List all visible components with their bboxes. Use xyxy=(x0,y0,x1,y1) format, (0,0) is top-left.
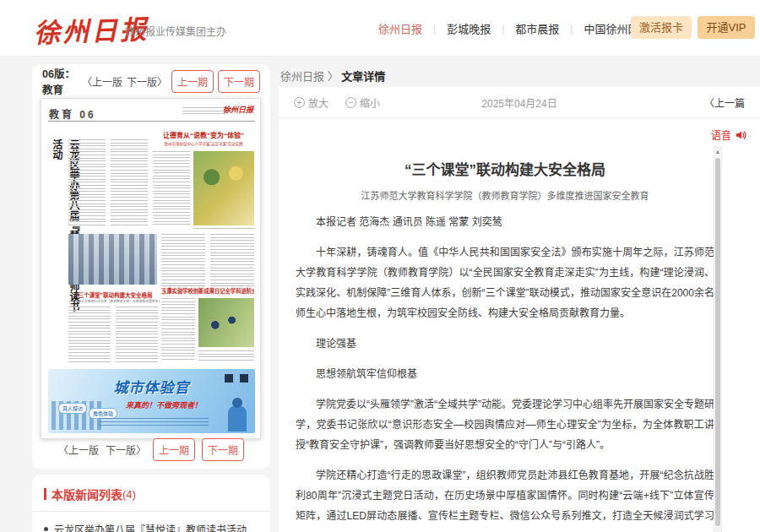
paper-date-lines xyxy=(182,107,226,114)
paper-text-column xyxy=(68,139,106,227)
paper-photo-teachers-reading xyxy=(68,234,157,285)
scroll-up-icon[interactable]: ▲ xyxy=(714,147,721,157)
next-issue-button-bottom[interactable]: 下一期 xyxy=(202,438,244,461)
next-page-link-bottom[interactable]: 下一版〉 xyxy=(106,442,146,457)
news-list-count: (4) xyxy=(122,488,136,501)
paper-headline-top: 让德育从“说教”变为“体验” xyxy=(151,130,256,139)
ad-tag-1: 真人探访 xyxy=(58,403,87,414)
bullet-icon xyxy=(44,527,48,531)
paper-headline-mid-sub: 江苏师范大学教育科学学院（教师教育学院）多维度推进国家安全教育 xyxy=(68,299,160,303)
article-paragraph: 学院还精心打造“行走的思政课堂”，组织教师党员赴沛县红色教育基地，开展“纪念抗战… xyxy=(296,465,714,530)
article-byline: 本报记者 范海杰 通讯员 陈遥 常蒙 刘奕鸶 xyxy=(296,212,714,232)
voice-label: 语音 xyxy=(711,128,731,142)
news-list-item[interactable]: 云龙区举办第八届『慧悦读』教师读书活动 xyxy=(32,512,270,532)
ad-slogan: 来真的！不做旁观者！ xyxy=(126,399,202,410)
paper-headline-mid: “三个课堂”联动构建大安全格局 xyxy=(68,290,160,299)
article-subtitle: 江苏师范大学教育科学学院（教师教育学院）多维度推进国家安全教育 xyxy=(296,188,714,202)
nav-divider: | xyxy=(570,23,573,35)
edition-panel: 06版：教育 〈上一版 下一版〉 上一期 下一期 教育 06 徐州日报 云龙区举… xyxy=(32,64,270,469)
scrollbar-thumb[interactable] xyxy=(715,158,720,526)
article-section-heading: 理论强基 xyxy=(296,334,714,354)
article-section-subheading: 思想领航筑牢信仰根基 xyxy=(296,364,714,384)
next-issue-button[interactable]: 下一期 xyxy=(218,70,260,93)
qr-code xyxy=(225,374,233,383)
article-scrollbar[interactable]: ▲ xyxy=(714,146,722,532)
paper-section-label: 教育 06 xyxy=(49,106,96,121)
paper-text-column xyxy=(161,234,205,286)
paper-headline-top-sub: 徐州市风化街中心小学开展“远足寻果”劳动实践 xyxy=(151,141,256,146)
paper-photo-caption xyxy=(193,228,254,231)
article-toolbar: 2025年04月24日 + 放大 − 缩小 〈上一篇 xyxy=(279,87,760,118)
breadcrumb: 徐州日报 〉 文章详情 xyxy=(280,68,385,84)
edition-label: 06版：教育 xyxy=(42,65,78,97)
activate-card-button[interactable]: 激活报卡 xyxy=(631,16,692,39)
article-paragraph: 十年深耕，铸魂育人。值《中华人民共和国国家安全法》颁布实施十周年之际，江苏师范大… xyxy=(296,242,714,323)
site-tagline: 徐州报业传媒集团主办 xyxy=(125,24,226,38)
paper-masthead-logo: 徐州日报 xyxy=(223,104,253,115)
nav-divider: | xyxy=(433,23,436,35)
article-paragraph: 学院党委以“头雁领学”激活“全域共学”动能。党委理论学习中心组率先开展国家安全专… xyxy=(296,394,714,455)
nav-item-xuzhou-daily[interactable]: 徐州日报 xyxy=(378,20,422,36)
prev-issue-button-bottom[interactable]: 上一期 xyxy=(153,438,195,461)
breadcrumb-separator: 〉 xyxy=(328,70,339,83)
nav-item-metro-morning[interactable]: 都市晨报 xyxy=(515,20,559,36)
ad-banner: 城市体验官 来真的！不做旁观者！ 真人探访 角色体验 xyxy=(48,369,255,433)
news-item-label: 云龙区举办第八届『慧悦读』教师读书活动 xyxy=(54,522,247,532)
breadcrumb-root[interactable]: 徐州日报 xyxy=(280,70,324,83)
edition-toolbar: 06版：教育 〈上一版 下一版〉 上一期 下一期 xyxy=(32,64,270,98)
article-date: 2025年04月24日 xyxy=(279,95,760,110)
next-page-link[interactable]: 下一版〉 xyxy=(127,74,167,89)
site-nav: 徐州日报 | 彭城晚报 | 都市晨报 | 中国徐州网 xyxy=(378,20,638,36)
news-list-header: 本版新闻列表 (4) xyxy=(32,475,270,511)
article-detail-card: 2025年04月24日 + 放大 − 缩小 〈上一篇 语音 “三个课堂”联动构建… xyxy=(279,87,760,532)
paper-text-column xyxy=(116,307,158,362)
paper-text-column xyxy=(161,298,195,362)
ad-vr-person xyxy=(228,406,247,432)
article-body: “三个课堂”联动构建大安全格局 江苏师范大学教育科学学院（教师教育学院）多维度推… xyxy=(296,146,714,530)
newspaper-page-thumbnail[interactable]: 教育 06 徐州日报 云龙区举办第八届『慧悦读』教师读书活动 让德育从“说教”变… xyxy=(41,98,261,439)
paper-text-column xyxy=(153,151,190,225)
paper-text-column xyxy=(198,350,254,362)
site-header: 徐州日报 徐州报业传媒集团主办 徐州日报 | 彭城晚报 | 都市晨报 | 中国徐… xyxy=(0,0,760,56)
paper-headline-right: 玉潭实验学校创新成果日记全学科进阶式教学 xyxy=(161,287,254,295)
news-list-title: 本版新闻列表 xyxy=(52,486,122,502)
nav-divider: | xyxy=(502,23,504,35)
prev-issue-button[interactable]: 上一期 xyxy=(171,70,214,93)
article-title: “三个课堂”联动构建大安全格局 xyxy=(296,158,714,179)
paper-rule xyxy=(48,121,255,122)
ad-fineprint xyxy=(99,418,209,428)
paper-text-column xyxy=(210,234,254,286)
open-vip-button[interactable]: 开通VIP xyxy=(698,16,755,39)
red-bar-icon xyxy=(44,488,46,500)
prev-page-link[interactable]: 〈上一版 xyxy=(82,74,122,89)
qr-code xyxy=(240,374,248,383)
prev-article-link[interactable]: 〈上一篇 xyxy=(704,95,745,110)
paper-photo-children-fruit xyxy=(193,151,254,225)
paper-photo-field-class xyxy=(198,298,254,347)
paper-text-column xyxy=(68,307,111,362)
paper-text-column xyxy=(111,139,148,227)
prev-page-link-bottom[interactable]: 〈上一版 xyxy=(58,442,99,457)
nav-item-pengcheng-evening[interactable]: 彭城晚报 xyxy=(447,20,491,36)
page-news-list-card: 本版新闻列表 (4) 云龙区举办第八届『慧悦读』教师读书活动 xyxy=(32,475,270,532)
speaker-icon xyxy=(735,129,746,141)
voice-button[interactable]: 语音 xyxy=(711,128,746,142)
edition-bottom-pager: 〈上一版 下一版〉 上一期 下一期 xyxy=(32,438,270,461)
breadcrumb-current: 文章详情 xyxy=(341,70,385,83)
